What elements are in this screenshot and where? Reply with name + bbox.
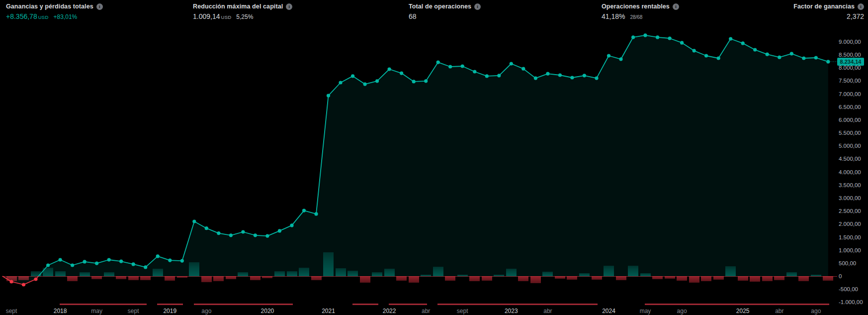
stat-value: +8.356,78 xyxy=(6,12,37,20)
svg-text:may: may xyxy=(640,308,651,315)
stat-unit: USD xyxy=(221,14,232,20)
svg-text:9.000,00: 9.000,00 xyxy=(839,39,861,45)
info-icon[interactable] xyxy=(858,3,864,10)
svg-text:abr: abr xyxy=(775,308,783,315)
svg-text:0: 0 xyxy=(839,273,842,279)
equity-area-fill xyxy=(2,35,828,285)
svg-text:2021: 2021 xyxy=(322,308,335,315)
stat-value: 1.009,14 xyxy=(193,12,220,20)
info-icon[interactable] xyxy=(96,3,103,10)
svg-text:ago: ago xyxy=(201,308,211,315)
stat-total-trades: Total de operaciones 68 xyxy=(409,2,481,20)
stat-label: Total de operaciones xyxy=(409,3,471,10)
stat-extra: +83,01% xyxy=(54,13,78,20)
stat-net-profit: Ganancias y pérdidas totales +8.356,78US… xyxy=(6,2,103,20)
info-icon[interactable] xyxy=(286,3,292,10)
stat-unit: USD xyxy=(38,14,49,20)
drawdown-segments xyxy=(60,304,829,305)
stat-label: Reducción máxima del capital xyxy=(193,3,283,10)
svg-text:2024: 2024 xyxy=(602,308,615,315)
svg-text:7.000,00: 7.000,00 xyxy=(839,91,861,97)
svg-text:1.000,00: 1.000,00 xyxy=(839,247,861,253)
svg-text:ago: ago xyxy=(677,308,687,315)
strategy-performance-panel: 9.000,008.500,008.000,007.500,007.000,00… xyxy=(0,0,868,315)
stat-label: Ganancias y pérdidas totales xyxy=(6,3,93,10)
stats-header: Ganancias y pérdidas totales +8.356,78US… xyxy=(0,0,868,23)
svg-text:2.000,00: 2.000,00 xyxy=(839,221,861,227)
svg-text:8.500,00: 8.500,00 xyxy=(839,52,861,58)
svg-text:2022: 2022 xyxy=(383,308,396,315)
stat-value: 41,18% xyxy=(602,12,625,20)
svg-text:2020: 2020 xyxy=(261,308,274,315)
svg-text:6.500,00: 6.500,00 xyxy=(839,104,861,110)
svg-text:sept: sept xyxy=(457,308,468,315)
svg-text:7.500,00: 7.500,00 xyxy=(839,78,861,84)
svg-text:2019: 2019 xyxy=(163,308,176,315)
stat-extra: 5,25% xyxy=(236,13,253,20)
svg-text:2018: 2018 xyxy=(54,308,67,315)
svg-text:ago: ago xyxy=(811,308,821,315)
stat-value: 2,372 xyxy=(847,12,864,20)
last-value-badge: 8.234,14 xyxy=(828,58,864,66)
stat-percent-profitable: Operaciones rentables 41,18% 28/68 xyxy=(602,2,679,20)
svg-text:sept: sept xyxy=(128,308,139,315)
stat-value: 68 xyxy=(409,12,417,20)
svg-text:5.500,00: 5.500,00 xyxy=(839,130,861,136)
svg-text:3.500,00: 3.500,00 xyxy=(839,182,861,188)
svg-text:2025: 2025 xyxy=(736,308,750,315)
info-icon[interactable] xyxy=(474,3,481,10)
time-axis[interactable]: sept2018maysept2019ago202020212022abrsep… xyxy=(6,308,821,315)
price-axis[interactable]: 9.000,008.500,008.000,007.500,007.000,00… xyxy=(839,39,863,306)
svg-text:-500,00: -500,00 xyxy=(839,286,858,292)
svg-text:8.000,00: 8.000,00 xyxy=(839,65,861,71)
svg-text:abr: abr xyxy=(543,308,552,315)
svg-text:2.500,00: 2.500,00 xyxy=(839,208,861,214)
svg-text:sept: sept xyxy=(6,308,17,315)
svg-text:4.500,00: 4.500,00 xyxy=(839,156,861,162)
stat-extra: 28/68 xyxy=(630,14,642,20)
stat-label: Operaciones rentables xyxy=(602,3,670,10)
svg-text:8.234,14: 8.234,14 xyxy=(840,59,862,65)
info-icon[interactable] xyxy=(673,3,679,10)
svg-text:may: may xyxy=(91,308,102,315)
svg-text:500,00: 500,00 xyxy=(839,260,856,266)
stat-max-drawdown: Reducción máxima del capital 1.009,14USD… xyxy=(193,2,292,20)
svg-text:2023: 2023 xyxy=(505,308,518,315)
svg-text:5.000,00: 5.000,00 xyxy=(839,143,861,149)
stat-label: Factor de ganancias xyxy=(793,3,855,10)
svg-text:abr: abr xyxy=(422,308,430,315)
svg-text:3.000,00: 3.000,00 xyxy=(839,195,861,201)
svg-text:1.500,00: 1.500,00 xyxy=(839,234,861,240)
svg-text:6.000,00: 6.000,00 xyxy=(839,117,861,123)
equity-curve-chart[interactable]: 9.000,008.500,008.000,007.500,007.000,00… xyxy=(0,0,868,315)
stat-profit-factor: Factor de ganancias 2,372 xyxy=(793,2,864,20)
svg-text:4.000,00: 4.000,00 xyxy=(839,169,861,175)
svg-text:-1.000,00: -1.000,00 xyxy=(839,299,863,305)
